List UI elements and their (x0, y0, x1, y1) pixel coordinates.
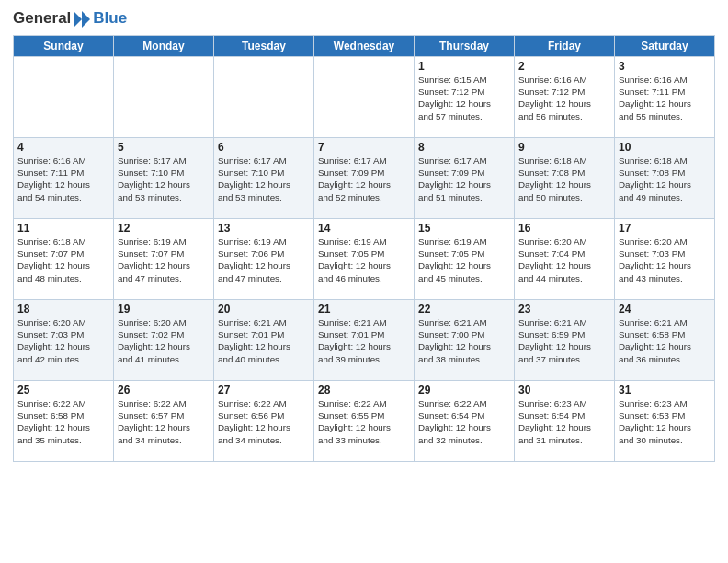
cell-info: Sunrise: 6:18 AM Sunset: 7:07 PM Dayligh… (17, 236, 109, 284)
day-number: 31 (619, 384, 711, 396)
cal-cell: 26Sunrise: 6:22 AM Sunset: 6:57 PM Dayli… (114, 381, 214, 462)
day-number: 16 (518, 222, 610, 235)
calendar-table: SundayMondayTuesdayWednesdayThursdayFrid… (13, 35, 715, 462)
day-header-sunday: Sunday (14, 36, 114, 57)
day-number: 3 (619, 60, 711, 73)
day-number: 24 (619, 303, 711, 316)
cell-info: Sunrise: 6:16 AM Sunset: 7:11 PM Dayligh… (619, 74, 711, 122)
day-header-wednesday: Wednesday (314, 36, 415, 57)
cell-info: Sunrise: 6:19 AM Sunset: 7:06 PM Dayligh… (218, 236, 310, 284)
cal-cell: 20Sunrise: 6:21 AM Sunset: 7:01 PM Dayli… (214, 300, 314, 381)
cal-cell: 27Sunrise: 6:22 AM Sunset: 6:56 PM Dayli… (214, 381, 314, 462)
cell-info: Sunrise: 6:21 AM Sunset: 6:59 PM Dayligh… (518, 316, 610, 365)
day-number: 23 (518, 303, 610, 316)
cal-cell: 21Sunrise: 6:21 AM Sunset: 7:01 PM Dayli… (314, 300, 415, 381)
cell-info: Sunrise: 6:17 AM Sunset: 7:10 PM Dayligh… (218, 155, 310, 203)
cal-cell: 24Sunrise: 6:21 AM Sunset: 6:58 PM Dayli… (615, 300, 715, 381)
cal-cell: 6Sunrise: 6:17 AM Sunset: 7:10 PM Daylig… (214, 138, 314, 219)
day-number: 19 (118, 303, 210, 316)
day-number: 27 (218, 384, 310, 396)
day-number: 4 (17, 141, 109, 154)
calendar-page: GeneralBlue SundayMondayTuesdayWednesday… (0, 0, 728, 563)
logo: GeneralBlue (13, 9, 127, 29)
cell-info: Sunrise: 6:20 AM Sunset: 7:03 PM Dayligh… (619, 236, 711, 284)
cell-info: Sunrise: 6:23 AM Sunset: 6:54 PM Dayligh… (518, 397, 610, 446)
logo-blue: Blue (93, 9, 127, 27)
day-number: 17 (619, 222, 711, 235)
cal-cell (314, 57, 415, 138)
cell-info: Sunrise: 6:19 AM Sunset: 7:07 PM Dayligh… (118, 236, 210, 284)
cell-info: Sunrise: 6:21 AM Sunset: 7:00 PM Dayligh… (418, 316, 510, 365)
cell-info: Sunrise: 6:22 AM Sunset: 6:57 PM Dayligh… (118, 397, 210, 446)
cal-cell: 15Sunrise: 6:19 AM Sunset: 7:05 PM Dayli… (415, 219, 515, 300)
cal-cell: 28Sunrise: 6:22 AM Sunset: 6:55 PM Dayli… (314, 381, 415, 462)
cal-cell: 11Sunrise: 6:18 AM Sunset: 7:07 PM Dayli… (14, 219, 114, 300)
day-number: 14 (318, 222, 410, 235)
cal-cell: 7Sunrise: 6:17 AM Sunset: 7:09 PM Daylig… (314, 138, 415, 219)
days-header-row: SundayMondayTuesdayWednesdayThursdayFrid… (14, 36, 715, 57)
cell-info: Sunrise: 6:18 AM Sunset: 7:08 PM Dayligh… (619, 155, 711, 203)
cell-info: Sunrise: 6:22 AM Sunset: 6:55 PM Dayligh… (318, 397, 410, 446)
cal-cell: 18Sunrise: 6:20 AM Sunset: 7:03 PM Dayli… (14, 300, 114, 381)
logo-text: GeneralBlue (13, 9, 127, 29)
day-header-friday: Friday (515, 36, 615, 57)
day-number: 9 (518, 141, 610, 154)
day-header-tuesday: Tuesday (214, 36, 314, 57)
cal-cell: 8Sunrise: 6:17 AM Sunset: 7:09 PM Daylig… (415, 138, 515, 219)
day-number: 13 (218, 222, 310, 235)
cal-cell: 13Sunrise: 6:19 AM Sunset: 7:06 PM Dayli… (214, 219, 314, 300)
week-row-5: 25Sunrise: 6:22 AM Sunset: 6:58 PM Dayli… (14, 381, 715, 462)
cal-cell: 4Sunrise: 6:16 AM Sunset: 7:11 PM Daylig… (14, 138, 114, 219)
day-number: 18 (17, 303, 109, 316)
day-number: 25 (17, 384, 109, 396)
week-row-2: 4Sunrise: 6:16 AM Sunset: 7:11 PM Daylig… (14, 138, 715, 219)
cal-cell (114, 57, 214, 138)
cell-info: Sunrise: 6:16 AM Sunset: 7:11 PM Dayligh… (17, 155, 109, 203)
cell-info: Sunrise: 6:21 AM Sunset: 7:01 PM Dayligh… (318, 316, 410, 365)
cell-info: Sunrise: 6:22 AM Sunset: 6:58 PM Dayligh… (17, 397, 109, 446)
cell-info: Sunrise: 6:17 AM Sunset: 7:09 PM Dayligh… (318, 155, 410, 203)
day-header-monday: Monday (114, 36, 214, 57)
cal-cell: 23Sunrise: 6:21 AM Sunset: 6:59 PM Dayli… (515, 300, 615, 381)
cal-cell: 31Sunrise: 6:23 AM Sunset: 6:53 PM Dayli… (615, 381, 715, 462)
day-number: 7 (318, 141, 410, 154)
cell-info: Sunrise: 6:17 AM Sunset: 7:10 PM Dayligh… (118, 155, 210, 203)
day-number: 22 (418, 303, 510, 316)
cal-cell: 29Sunrise: 6:22 AM Sunset: 6:54 PM Dayli… (415, 381, 515, 462)
day-header-thursday: Thursday (415, 36, 515, 57)
cal-cell: 30Sunrise: 6:23 AM Sunset: 6:54 PM Dayli… (515, 381, 615, 462)
cal-cell: 9Sunrise: 6:18 AM Sunset: 7:08 PM Daylig… (515, 138, 615, 219)
day-number: 5 (118, 141, 210, 154)
cell-info: Sunrise: 6:23 AM Sunset: 6:53 PM Dayligh… (619, 397, 711, 446)
cal-cell: 3Sunrise: 6:16 AM Sunset: 7:11 PM Daylig… (615, 57, 715, 138)
cell-info: Sunrise: 6:19 AM Sunset: 7:05 PM Dayligh… (318, 236, 410, 284)
cell-info: Sunrise: 6:20 AM Sunset: 7:04 PM Dayligh… (518, 236, 610, 284)
cal-cell: 5Sunrise: 6:17 AM Sunset: 7:10 PM Daylig… (114, 138, 214, 219)
cal-cell: 17Sunrise: 6:20 AM Sunset: 7:03 PM Dayli… (615, 219, 715, 300)
cal-cell: 1Sunrise: 6:15 AM Sunset: 7:12 PM Daylig… (415, 57, 515, 138)
day-number: 6 (218, 141, 310, 154)
week-row-1: 1Sunrise: 6:15 AM Sunset: 7:12 PM Daylig… (14, 57, 715, 138)
cell-info: Sunrise: 6:17 AM Sunset: 7:09 PM Dayligh… (418, 155, 510, 203)
day-number: 28 (318, 384, 410, 396)
day-number: 21 (318, 303, 410, 316)
day-number: 1 (418, 60, 510, 73)
day-number: 30 (518, 384, 610, 396)
cell-info: Sunrise: 6:21 AM Sunset: 6:58 PM Dayligh… (619, 316, 711, 365)
day-number: 11 (17, 222, 109, 235)
cell-info: Sunrise: 6:15 AM Sunset: 7:12 PM Dayligh… (418, 74, 510, 122)
week-row-4: 18Sunrise: 6:20 AM Sunset: 7:03 PM Dayli… (14, 300, 715, 381)
day-number: 8 (418, 141, 510, 154)
cell-info: Sunrise: 6:22 AM Sunset: 6:54 PM Dayligh… (418, 397, 510, 446)
cell-info: Sunrise: 6:21 AM Sunset: 7:01 PM Dayligh… (218, 316, 310, 365)
cal-cell (214, 57, 314, 138)
day-header-saturday: Saturday (615, 36, 715, 57)
cell-info: Sunrise: 6:16 AM Sunset: 7:12 PM Dayligh… (518, 74, 610, 122)
cal-cell: 14Sunrise: 6:19 AM Sunset: 7:05 PM Dayli… (314, 219, 415, 300)
cell-info: Sunrise: 6:20 AM Sunset: 7:02 PM Dayligh… (118, 316, 210, 365)
day-number: 10 (619, 141, 711, 154)
day-number: 12 (118, 222, 210, 235)
day-number: 26 (118, 384, 210, 396)
svg-marker-0 (82, 11, 90, 28)
day-number: 15 (418, 222, 510, 235)
